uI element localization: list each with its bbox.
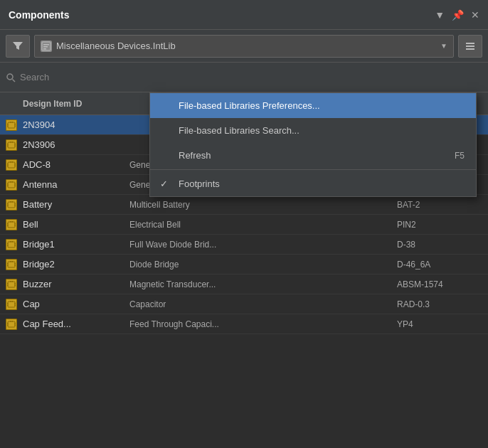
table-row[interactable]: BuzzerMagnetic Transducer...ABSM-1574 xyxy=(0,274,488,294)
table-row[interactable]: Bridge1Full Wave Diode Brid...D-38 xyxy=(0,235,488,255)
cell-component-name: Cap xyxy=(23,299,129,309)
table-row[interactable]: Cap Feed...Feed Through Capaci...YP4 xyxy=(0,314,488,334)
svg-rect-77 xyxy=(10,301,11,302)
svg-rect-27 xyxy=(15,165,16,166)
component-icon xyxy=(6,259,17,270)
svg-rect-74 xyxy=(7,304,9,306)
menu-item-file-prefs[interactable]: File-based Libraries Preferences... xyxy=(150,93,476,118)
close-icon[interactable]: ✕ xyxy=(471,9,479,21)
component-icon xyxy=(6,219,17,230)
svg-rect-23 xyxy=(8,162,15,168)
cell-component-name: Buzzer xyxy=(23,279,129,289)
checkmark-icon: ✓ xyxy=(160,178,168,189)
cell-description: Feed Through Capaci... xyxy=(129,319,397,329)
toolbar: Miscellaneous Devices.IntLib ▼ xyxy=(0,30,488,63)
pin-icon[interactable]: 📌 xyxy=(452,9,464,21)
svg-rect-49 xyxy=(10,221,11,223)
menu-item-refresh[interactable]: Refresh F5 xyxy=(150,143,476,168)
svg-rect-44 xyxy=(8,222,15,228)
svg-rect-16 xyxy=(8,142,15,148)
svg-rect-37 xyxy=(8,202,15,208)
component-icon xyxy=(6,299,17,310)
filter-button[interactable] xyxy=(6,35,30,58)
component-icon xyxy=(6,199,17,210)
svg-rect-14 xyxy=(10,122,11,123)
svg-rect-41 xyxy=(15,205,16,206)
svg-rect-61 xyxy=(15,263,16,265)
svg-rect-43 xyxy=(12,201,14,203)
svg-rect-83 xyxy=(15,324,16,326)
svg-point-7 xyxy=(7,74,13,80)
component-icon xyxy=(6,179,17,191)
cell-footprint: RAD-0.3 xyxy=(397,299,482,309)
svg-rect-32 xyxy=(7,185,9,186)
svg-rect-67 xyxy=(7,284,9,286)
svg-line-8 xyxy=(13,79,16,82)
svg-rect-75 xyxy=(15,303,16,304)
cell-component-name: ADC-8 xyxy=(23,159,129,170)
menu-item-file-search[interactable]: File-based Libraries Search... xyxy=(150,118,476,143)
svg-rect-62 xyxy=(15,265,16,266)
table-row[interactable]: BellElectrical BellPIN2 xyxy=(0,215,488,235)
component-icon xyxy=(6,159,17,171)
svg-rect-52 xyxy=(7,243,9,245)
svg-rect-53 xyxy=(7,245,9,246)
svg-rect-17 xyxy=(7,144,9,145)
svg-rect-79 xyxy=(8,321,15,327)
svg-rect-50 xyxy=(12,221,14,223)
svg-rect-40 xyxy=(15,203,16,205)
svg-rect-11 xyxy=(7,125,9,127)
svg-rect-58 xyxy=(8,262,15,267)
component-icon xyxy=(6,119,17,131)
svg-rect-33 xyxy=(15,183,16,185)
svg-rect-5 xyxy=(466,46,474,47)
search-input[interactable] xyxy=(20,72,482,82)
library-dropdown[interactable]: Miscellaneous Devices.IntLib ▼ xyxy=(34,35,454,58)
hamburger-icon xyxy=(465,41,476,52)
library-name: Miscellaneous Devices.IntLib xyxy=(56,41,176,51)
cell-footprint: D-46_6A xyxy=(397,260,482,270)
cell-footprint: BAT-2 xyxy=(397,200,482,210)
cell-component-name: 2N3904 xyxy=(23,119,129,130)
table-row[interactable]: Bridge2Diode BridgeD-46_6A xyxy=(0,255,488,274)
svg-rect-60 xyxy=(7,265,9,266)
svg-rect-56 xyxy=(10,241,11,242)
filter-icon xyxy=(12,41,23,52)
svg-rect-12 xyxy=(15,124,16,125)
component-icon xyxy=(6,319,17,330)
svg-rect-59 xyxy=(7,263,9,265)
cell-component-name: Bridge1 xyxy=(23,239,129,250)
cell-description: Magnetic Transducer... xyxy=(129,279,397,289)
table-row[interactable]: BatteryMulticell BatteryBAT-2 xyxy=(0,195,488,215)
library-dropdown-arrow: ▼ xyxy=(440,42,447,50)
title-bar-right: ▼ 📌 ✕ xyxy=(435,9,479,21)
svg-rect-35 xyxy=(10,181,11,183)
menu-button[interactable] xyxy=(458,35,482,58)
svg-rect-84 xyxy=(10,321,11,322)
svg-rect-65 xyxy=(8,282,15,287)
svg-rect-57 xyxy=(12,241,14,242)
cell-description: Full Wave Diode Brid... xyxy=(129,240,397,250)
svg-rect-29 xyxy=(12,161,14,163)
cell-component-name: Bell xyxy=(23,219,129,230)
dropdown-icon[interactable]: ▼ xyxy=(435,9,445,21)
svg-rect-63 xyxy=(10,261,11,262)
title-bar-left: Components xyxy=(9,9,70,21)
svg-rect-36 xyxy=(12,181,14,183)
svg-rect-82 xyxy=(15,323,16,324)
svg-rect-25 xyxy=(7,165,9,166)
svg-rect-24 xyxy=(7,164,9,165)
col-header-design-id: Design Item ID xyxy=(23,99,151,109)
svg-rect-34 xyxy=(15,185,16,186)
table-row[interactable]: CapCapacitorRAD-0.3 xyxy=(0,294,488,314)
component-icon xyxy=(6,279,17,290)
svg-rect-9 xyxy=(8,122,15,128)
svg-rect-47 xyxy=(15,223,16,225)
svg-rect-85 xyxy=(12,321,14,322)
menu-item-footprints[interactable]: ✓ Footprints xyxy=(150,171,476,196)
svg-rect-64 xyxy=(12,261,14,262)
svg-rect-80 xyxy=(7,323,9,324)
svg-rect-78 xyxy=(12,301,14,302)
svg-rect-20 xyxy=(15,145,16,146)
svg-rect-21 xyxy=(10,142,11,143)
